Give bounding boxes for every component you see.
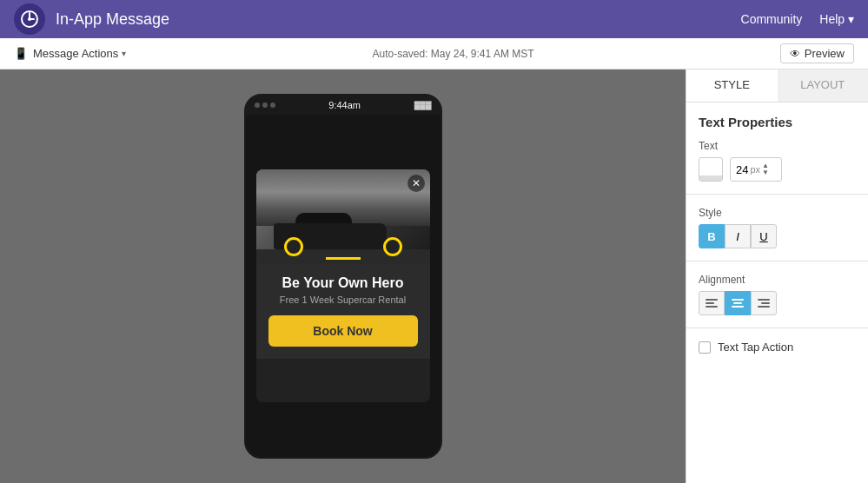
- font-size-input[interactable]: 24 px ▲ ▼: [730, 157, 782, 182]
- modal-title: Be Your Own Hero: [268, 275, 418, 291]
- modal: ✕ Be: [256, 169, 430, 402]
- text-tap-action-row: Text Tap Action: [699, 341, 856, 354]
- alignment-prop-label: Alignment: [699, 274, 856, 286]
- style-prop-label: Style: [699, 207, 856, 219]
- app-title: In-App Message: [56, 10, 169, 29]
- text-tap-action-checkbox[interactable]: [699, 341, 711, 354]
- message-actions-breadcrumb[interactable]: Message Actions ▾: [33, 47, 126, 60]
- modal-overlay: ✕ Be: [246, 115, 441, 457]
- phone-time: 9:44am: [328, 100, 361, 110]
- underline-button[interactable]: U: [751, 224, 777, 248]
- phone-dot-3: [270, 103, 275, 108]
- toolbar-left: 📱 Message Actions ▾: [14, 47, 126, 60]
- phone-battery: ▓▓▓: [414, 101, 432, 109]
- header-right: Community Help ▾: [741, 12, 854, 26]
- modal-subtitle: Free 1 Week Supercar Rental: [268, 294, 418, 305]
- phone-dot-2: [262, 103, 268, 108]
- tab-layout[interactable]: LAYOUT: [778, 69, 869, 102]
- modal-bottom: [256, 359, 430, 402]
- divider-1: [686, 194, 868, 195]
- right-panel: STYLE LAYOUT Text Properties Text 24 px …: [686, 69, 868, 483]
- align-left-button[interactable]: [699, 291, 725, 315]
- app-header: In-App Message Community Help ▾: [0, 0, 868, 38]
- car-scene: [265, 195, 421, 256]
- size-down-button[interactable]: ▼: [762, 169, 769, 176]
- align-right-button[interactable]: [751, 291, 777, 315]
- align-right-lines: [758, 299, 770, 308]
- text-prop-label: Text: [699, 140, 856, 152]
- color-swatch-inner: [699, 175, 722, 181]
- toolbar: 📱 Message Actions ▾ Auto-saved: May 24, …: [0, 38, 868, 69]
- divider-2: [686, 261, 868, 261]
- canvas: 9:44am ▓▓▓ ✕: [0, 69, 686, 483]
- help-link[interactable]: Help ▾: [819, 12, 854, 26]
- car-wheel-rear: [284, 237, 303, 256]
- text-prop-row: 24 px ▲ ▼: [699, 157, 856, 182]
- main-area: 9:44am ▓▓▓ ✕: [0, 69, 868, 483]
- app-logo: [14, 3, 45, 35]
- phone-status-bar: 9:44am ▓▓▓: [246, 96, 441, 115]
- modal-close-button[interactable]: ✕: [407, 175, 425, 192]
- svg-point-1: [28, 17, 31, 21]
- align-left-lines: [706, 299, 718, 308]
- text-color-swatch[interactable]: [699, 157, 723, 182]
- header-left: In-App Message: [14, 3, 169, 35]
- preview-icon: 👁: [790, 48, 800, 60]
- community-link[interactable]: Community: [741, 12, 803, 26]
- mobile-icon: 📱: [14, 47, 28, 60]
- phone-mockup: 9:44am ▓▓▓ ✕: [244, 94, 442, 459]
- align-center-button[interactable]: [725, 291, 751, 315]
- breadcrumb-caret: ▾: [122, 49, 126, 58]
- phone-dots: [255, 103, 275, 108]
- panel-body: Text Properties Text 24 px ▲ ▼ Style: [686, 103, 868, 483]
- modal-book-button[interactable]: Book Now: [268, 315, 418, 347]
- panel-tabs: STYLE LAYOUT: [686, 69, 868, 103]
- tab-style[interactable]: STYLE: [686, 69, 778, 102]
- italic-button[interactable]: I: [725, 224, 751, 248]
- size-spinners: ▲ ▼: [762, 162, 769, 176]
- alignment-buttons-row: [699, 291, 856, 315]
- align-center-lines: [732, 299, 744, 308]
- modal-image: [256, 169, 430, 265]
- phone-dot-1: [255, 103, 260, 108]
- style-buttons-row: B I U: [699, 224, 856, 248]
- preview-button[interactable]: 👁 Preview: [780, 43, 854, 63]
- autosave-text: Auto-saved: May 24, 9:41 AM MST: [372, 48, 533, 60]
- modal-content: Be Your Own Hero Free 1 Week Supercar Re…: [256, 265, 430, 359]
- text-tap-action-label: Text Tap Action: [718, 341, 793, 354]
- bold-button[interactable]: B: [699, 224, 725, 248]
- divider-3: [686, 328, 868, 328]
- road-line: [326, 257, 361, 260]
- car-wheel-front: [383, 237, 402, 256]
- panel-section-title: Text Properties: [699, 115, 856, 129]
